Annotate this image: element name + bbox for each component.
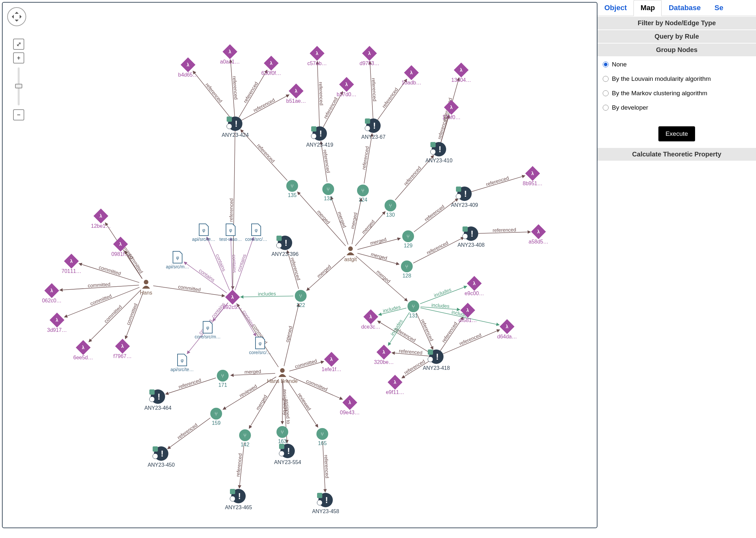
edge-label: referenced — [318, 82, 324, 105]
commit-node[interactable]: λb4d65… — [178, 57, 198, 78]
issue-node[interactable]: !ANY23-554 — [274, 444, 301, 465]
commit-node[interactable]: λd64da… — [497, 319, 517, 339]
edge-label: contains — [215, 253, 227, 272]
graph-canvas[interactable]: ⤢ + − referencedreferencedreferencedrefe… — [2, 2, 598, 528]
edge-label: merged — [255, 394, 268, 411]
panel-group-header[interactable]: Group Nodes — [598, 43, 756, 56]
commit-node[interactable]: λa58d5… — [529, 224, 549, 244]
file-node[interactable]: φapi/src/te… — [171, 354, 194, 372]
pr-node[interactable]: ⑂165 — [316, 428, 328, 446]
fullscreen-button[interactable]: ⤢ — [13, 39, 24, 50]
issue-node[interactable]: !ANY23-464 — [145, 390, 172, 411]
person-node[interactable]: Hans — [140, 280, 152, 296]
tab-settings[interactable]: Se — [708, 0, 730, 16]
file-node[interactable]: φcore/src/… — [249, 337, 271, 355]
commit-node[interactable]: λ70111… — [62, 254, 82, 274]
issue-node[interactable]: !ANY23-410 — [425, 142, 453, 163]
commit-label: 692c5… — [223, 304, 242, 310]
file-node[interactable]: φtest-reso… — [220, 224, 242, 242]
radio-developer[interactable]: By developer — [603, 104, 751, 111]
commit-node[interactable]: λ13d04… — [451, 63, 472, 83]
graph-svg[interactable]: referencedreferencedreferencedreferenced… — [3, 3, 597, 527]
svg-point-71 — [430, 149, 436, 154]
svg-text:λ: λ — [229, 49, 231, 54]
commit-label: 320be… — [374, 359, 394, 365]
commit-node[interactable]: λ062c0… — [42, 283, 62, 303]
commit-node[interactable]: λb51ae… — [286, 83, 306, 104]
panel-filter-header[interactable]: Filter by Node/Edge Type — [598, 17, 756, 29]
file-node[interactable]: φcore/src/… — [245, 224, 267, 242]
svg-text:λ: λ — [295, 88, 297, 94]
zoom-slider[interactable] — [18, 67, 20, 105]
panel-calc-header[interactable]: Calculate Theoretic Property — [598, 148, 756, 161]
svg-point-91 — [149, 397, 155, 402]
execute-button[interactable]: Execute — [659, 126, 695, 141]
issue-node[interactable]: !ANY23-458 — [312, 493, 339, 514]
issue-node[interactable]: !ANY23-424 — [222, 117, 249, 138]
tab-map[interactable]: Map — [634, 0, 662, 16]
pr-node[interactable]: ⑂171 — [217, 370, 229, 388]
pr-node[interactable]: ⑂124 — [357, 185, 369, 202]
pr-node[interactable]: ⑂130 — [385, 200, 396, 218]
edge-label: referenced — [493, 227, 516, 233]
commit-node[interactable]: λb37d0… — [337, 77, 357, 97]
svg-rect-66 — [365, 119, 370, 124]
commit-node[interactable]: λd9753… — [360, 46, 380, 66]
pr-node[interactable]: ⑂135 — [286, 180, 298, 198]
zoom-out-button[interactable]: − — [13, 109, 24, 121]
commit-node[interactable]: λ09e43… — [340, 395, 360, 415]
radio-markov[interactable]: By the Markov clustering algorithm — [603, 90, 751, 97]
issue-node[interactable]: !ANY23-67 — [361, 119, 386, 140]
issue-node[interactable]: !ANY23-419 — [306, 126, 334, 148]
pr-node[interactable]: ⑂128 — [401, 260, 413, 279]
commit-label: 12be1… — [91, 223, 111, 229]
pr-label: 163 — [278, 439, 287, 444]
panel-query-header[interactable]: Query by Rule — [598, 30, 756, 43]
commit-node[interactable]: λe9c00… — [465, 276, 484, 296]
commit-node[interactable]: λa0a11… — [220, 44, 240, 65]
person-node[interactable]: astgit — [344, 246, 357, 262]
commit-node[interactable]: λc57ab… — [307, 46, 327, 66]
zoom-in-button[interactable]: + — [13, 52, 24, 64]
radio-none[interactable]: None — [603, 61, 751, 68]
pr-label: 171 — [219, 382, 227, 388]
file-node[interactable]: φapi/src/m… — [166, 251, 189, 269]
commit-node[interactable]: λ320be… — [374, 345, 394, 365]
pr-node[interactable]: ⑂163 — [277, 426, 288, 444]
file-node[interactable]: φapi/src/te… — [192, 224, 216, 242]
pr-label: 142 — [241, 442, 250, 447]
svg-text:λ: λ — [70, 258, 73, 264]
pr-node[interactable]: ⑂131 — [408, 300, 419, 318]
pr-node[interactable]: ⑂132 — [322, 183, 334, 201]
issue-node[interactable]: !ANY23-396 — [272, 236, 299, 257]
commit-node[interactable]: λf7967… — [113, 339, 132, 359]
commit-node[interactable]: λe9f11… — [386, 375, 404, 395]
commit-node[interactable]: λ1efe1f… — [322, 352, 341, 372]
svg-point-67 — [365, 126, 370, 131]
person-node[interactable]: Hans Brende — [267, 368, 297, 384]
commit-node[interactable]: λ6ee5d… — [73, 340, 94, 360]
svg-rect-70 — [430, 142, 436, 147]
pr-node[interactable]: ⑂129 — [402, 230, 414, 248]
commit-node[interactable]: λdce3c… — [361, 309, 381, 330]
pr-node[interactable]: ⑂142 — [239, 429, 251, 447]
pr-node[interactable]: ⑂122 — [295, 290, 307, 308]
svg-rect-94 — [153, 446, 158, 452]
commit-node[interactable]: λ10adb… — [402, 65, 421, 85]
issue-node[interactable]: !ANY23-408 — [458, 227, 485, 248]
commit-node[interactable]: λ3d917… — [47, 312, 67, 333]
pr-node[interactable]: ⑂159 — [210, 408, 222, 426]
issue-node[interactable]: !ANY23-465 — [225, 489, 252, 510]
commit-node[interactable]: λ12be1… — [91, 208, 111, 229]
issue-node[interactable]: !ANY23-450 — [148, 446, 175, 468]
commit-label: e9c00… — [465, 291, 484, 296]
tab-database[interactable]: Database — [662, 0, 708, 16]
commit-node[interactable]: λ692c5… — [223, 290, 242, 310]
issue-node[interactable]: !ANY23-409 — [451, 187, 478, 208]
commit-node[interactable]: λ8b951… — [523, 166, 543, 186]
pan-compass[interactable] — [7, 7, 26, 26]
radio-louvain[interactable]: By the Louvain modularity algorithm — [603, 75, 751, 82]
tab-object[interactable]: Object — [598, 0, 634, 16]
commit-label: 13d04… — [451, 77, 472, 83]
commit-node[interactable]: λ630f0f… — [261, 56, 281, 76]
